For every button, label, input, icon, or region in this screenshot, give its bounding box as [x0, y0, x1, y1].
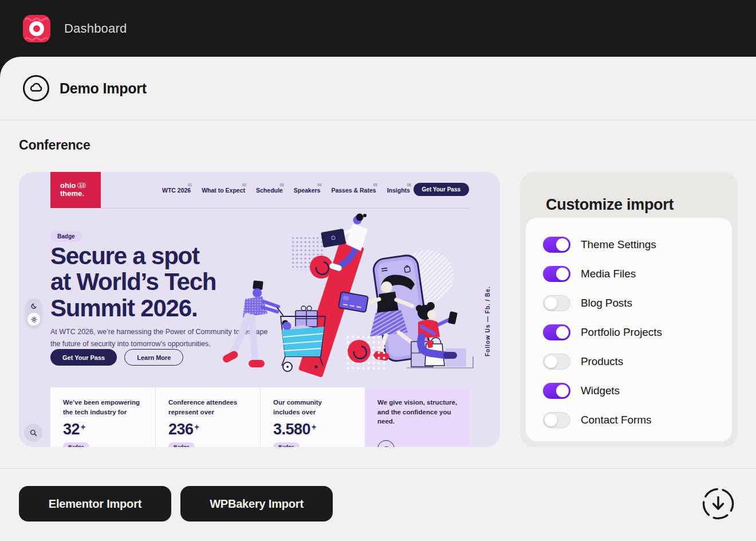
- page-title: Demo Import: [60, 80, 147, 97]
- toggle-label-products: Products: [581, 355, 623, 368]
- preview-nav-insights: 06Insights: [387, 187, 410, 194]
- preview-follow-us-label: Follow Us — Fb. / Be.: [485, 279, 491, 356]
- red-ball-bottom: [348, 340, 371, 363]
- cloud-import-icon: [23, 75, 49, 101]
- page-header: Demo Import: [0, 57, 756, 120]
- toggle-label-blog-posts: Blog Posts: [581, 297, 632, 309]
- toggle-label-portfolio-projects: Portfolio Projects: [581, 326, 662, 339]
- stat-badge: Badge: [63, 442, 89, 447]
- toggle-media-files[interactable]: [543, 266, 570, 282]
- preview-nav-divider: [101, 208, 470, 209]
- conference-hero-illustration: [218, 212, 481, 384]
- dark-mode-moon-icon: [27, 300, 40, 312]
- toggle-knob: [556, 268, 569, 280]
- preview-nav-wtc2026: 01WTC 2026: [162, 187, 191, 194]
- toggle-label-widgets: Widgets: [581, 385, 620, 397]
- footer-bar: Elementor Import WPBakery Import: [0, 468, 756, 541]
- preview-learn-more-button: Learn More: [124, 349, 183, 366]
- toggle-row: Blog Posts: [543, 288, 732, 317]
- preview-nav-schedule: 03Schedule: [256, 187, 283, 194]
- preview-search-icon: [24, 424, 42, 442]
- preview-logo-name: ohio: [60, 182, 76, 190]
- stat-value: 3.580: [273, 421, 310, 438]
- preview-hero-badge: Badge: [50, 231, 82, 242]
- toggle-theme-settings[interactable]: [543, 237, 570, 253]
- toggle-knob: [556, 326, 569, 339]
- light-mode-sun-icon: [27, 313, 40, 326]
- cart-pusher-figure: [222, 280, 278, 367]
- elementor-import-button[interactable]: Elementor Import: [19, 486, 171, 522]
- preview-nav-speakers: 04Speakers: [294, 187, 321, 194]
- toggle-label-media-files: Media Files: [581, 268, 636, 280]
- toggle-knob: [545, 355, 557, 368]
- toggle-knob: [545, 297, 557, 309]
- customize-toggle-list: Theme Settings Media Files Blog Posts Po…: [526, 218, 732, 441]
- preview-hero-heading: Secure a spot at World’s Tech Summit 202…: [50, 243, 216, 321]
- stat-value: 32: [63, 421, 80, 438]
- customize-import-panel: Customize import Theme Settings Media Fi…: [520, 172, 738, 447]
- toggle-row: Media Files: [543, 259, 732, 288]
- toggle-widgets[interactable]: [543, 383, 570, 399]
- toggle-label-contact-forms: Contact Forms: [581, 414, 651, 426]
- download-import-button[interactable]: [702, 487, 735, 520]
- preview-nav: 01WTC 2026 02What to Expect 03Schedule 0…: [162, 172, 410, 208]
- stat-card-attendees: Conference attendeesrepresent over 236+ …: [155, 387, 260, 447]
- logo-o-ring: [29, 21, 44, 36]
- stat-card-promo: We give vision, structure,and the confid…: [365, 387, 470, 447]
- ohio-logo-icon[interactable]: [23, 15, 50, 42]
- toggle-blog-posts[interactable]: [543, 295, 570, 311]
- preview-theme-mode-switch: [26, 299, 41, 327]
- stat-badge: Badge: [168, 442, 195, 447]
- demo-name-label: Conference: [19, 138, 90, 153]
- toggle-portfolio-projects[interactable]: [543, 324, 570, 340]
- red-ball-top: [310, 256, 333, 279]
- preview-nav-what-to-expect: 02What to Expect: [202, 187, 245, 194]
- stat-card-years: We’ve been empoweringthe tech industry f…: [50, 387, 155, 447]
- preview-hero-buttons: Get Your Pass Learn More: [50, 349, 183, 366]
- toggle-knob: [545, 414, 557, 426]
- toggle-knob: [556, 385, 569, 397]
- toggle-row: Theme Settings: [543, 230, 732, 259]
- toggle-row: Portfolio Projects: [543, 317, 732, 347]
- stat-card-community: Our communityincludes over 3.580+ Badge: [260, 387, 365, 447]
- arrow-up-right-icon: [377, 440, 395, 447]
- wpbakery-import-button[interactable]: WPBakery Import: [180, 486, 333, 522]
- preview-get-your-pass-button: Get Your Pass: [50, 349, 117, 366]
- toggle-knob: [556, 238, 569, 251]
- toggle-row: Contact Forms: [543, 405, 732, 434]
- toggle-products[interactable]: [543, 354, 570, 370]
- preview-logo-suffix: theme.: [60, 190, 101, 198]
- toggle-row: Products: [543, 347, 732, 376]
- main-panel: Demo Import Conference ohio3.0 theme. 01…: [0, 57, 756, 541]
- preview-stats-row: We’ve been empoweringthe tech industry f…: [50, 387, 500, 447]
- preview-nav-passes-rates: 05Passes & Rates: [331, 187, 376, 194]
- preview-logo-version-badge: 3.0: [77, 183, 86, 188]
- dashboard-title: Dashboard: [64, 21, 127, 36]
- stat-badge: Badge: [273, 442, 300, 447]
- preview-site-logo: ohio3.0 theme.: [50, 172, 101, 208]
- download-icon: [702, 487, 735, 520]
- toggle-label-theme-settings: Theme Settings: [581, 238, 656, 251]
- preview-nav-get-your-pass-button: Get Your Pass: [414, 183, 469, 196]
- toggle-row: Widgets: [543, 376, 732, 405]
- toggle-contact-forms[interactable]: [543, 412, 570, 428]
- customize-import-title: Customize import: [520, 172, 738, 214]
- stat-value: 236: [168, 421, 194, 438]
- top-bar: Dashboard: [0, 0, 756, 57]
- demo-preview-card[interactable]: ohio3.0 theme. 01WTC 2026 02What to Expe…: [19, 172, 500, 447]
